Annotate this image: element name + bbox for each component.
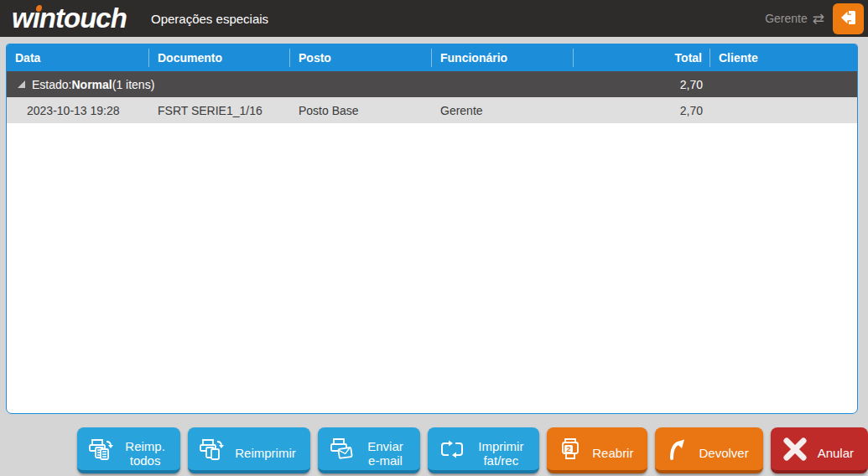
row-total-cell: 2,70 [574,104,710,117]
column-header-posto[interactable]: Posto [290,49,432,67]
column-header-funcionario[interactable]: Funcionário [432,49,574,67]
group-row-label: Estado: Normal (1 itens) [7,78,574,91]
reopen-button[interactable]: 2 Reabrir [547,427,647,473]
row-posto-cell: Posto Base [290,104,432,117]
page-title: Operações especiais [151,12,268,26]
collapse-triangle-icon[interactable] [18,80,25,88]
documents-table: Data Documento Posto Funcionário Total C… [6,44,858,414]
column-header-total[interactable]: Total [574,49,710,67]
switch-user-icon[interactable]: ⇄ [813,12,824,26]
logo-i: ı [33,3,39,34]
column-header-documento[interactable]: Documento [149,49,290,67]
table-header-row: Data Documento Posto Funcionário Total C… [7,44,857,71]
current-user-label: Gerente [765,12,808,25]
logout-icon [839,8,859,30]
group-row-estado-normal[interactable]: Estado: Normal (1 itens) 2,70 [7,71,857,97]
topbar: wıntouch Operações especiais Gerente ⇄ [0,0,868,37]
send-email-button[interactable]: Enviar e-mail [318,427,421,473]
topbar-right: Gerente ⇄ [765,3,868,34]
pages-cycle-icon [438,437,468,462]
column-header-cliente[interactable]: Cliente [710,49,857,67]
group-total-value: 2,70 [574,78,710,91]
row-data-cell: 2023-10-13 19:28 [7,104,149,117]
reprint-all-button[interactable]: Reimp. todos [77,427,180,473]
group-state-value: Normal [71,78,112,91]
reprint-icon [198,437,226,462]
table-row[interactable]: 2023-10-13 19:28 FSRT SERIE1_1/16 Posto … [7,97,857,123]
row-funcionario-cell: Gerente [432,104,574,117]
logo-text: w [12,3,33,34]
svg-text:2: 2 [567,445,571,453]
print-all-icon [87,437,116,462]
reprint-button[interactable]: Reimprimir [188,427,310,473]
app-logo: wıntouch [12,3,144,34]
logout-button[interactable] [833,3,864,34]
column-header-data[interactable]: Data [7,49,149,67]
printer-2-icon: 2 [557,436,584,463]
cancel-x-icon [781,436,809,463]
return-arrow-icon [665,437,690,462]
cancel-button[interactable]: Anular [771,427,868,473]
print-email-icon [328,437,356,462]
return-button[interactable]: Devolver [655,427,762,473]
print-invoice-receipt-button[interactable]: Imprimir fat/rec [428,427,539,473]
action-bar: Reimp. todos Reimprimir Enviar e-mail [0,423,868,473]
row-documento-cell: FSRT SERIE1_1/16 [149,104,290,117]
